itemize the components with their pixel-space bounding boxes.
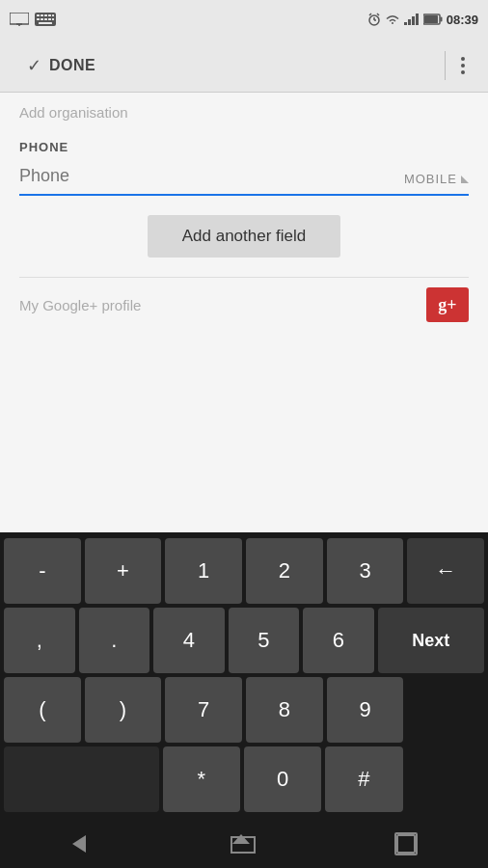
done-label: DONE: [49, 57, 95, 74]
key-2[interactable]: 2: [246, 538, 323, 604]
svg-rect-26: [424, 15, 438, 23]
key-period[interactable]: .: [79, 608, 150, 673]
add-field-button[interactable]: Add another field: [148, 215, 341, 258]
keyboard-row-1: - + 1 2 3 ←: [4, 538, 484, 604]
google-g-icon: g+: [438, 295, 456, 315]
mobile-arrow-icon: [461, 176, 469, 183]
svg-rect-7: [48, 14, 51, 16]
overflow-menu-button[interactable]: [453, 49, 473, 82]
key-backspace[interactable]: ←: [407, 538, 484, 604]
status-bar-left: [10, 13, 56, 26]
keyboard-row-4: * 0 #: [4, 746, 484, 812]
svg-line-18: [369, 14, 371, 15]
google-profile-label: My Google+ profile: [19, 297, 426, 313]
key-3[interactable]: 3: [327, 538, 404, 604]
svg-rect-11: [44, 18, 47, 20]
alarm-icon: [367, 13, 381, 26]
svg-rect-23: [416, 14, 419, 25]
key-comma[interactable]: ,: [4, 608, 75, 673]
bottom-nav: [0, 820, 488, 868]
svg-rect-20: [404, 22, 407, 25]
key-6[interactable]: 6: [303, 608, 374, 673]
action-bar: ✓ DONE: [0, 39, 488, 93]
key-0[interactable]: 0: [244, 746, 321, 812]
overflow-dot-1: [461, 57, 465, 61]
nav-home-button[interactable]: [211, 827, 271, 861]
status-bar: 08:39: [0, 0, 488, 39]
nav-back-button[interactable]: [53, 827, 105, 860]
key-next[interactable]: Next: [378, 608, 484, 673]
key-minus[interactable]: -: [4, 538, 81, 604]
signal-icon: [404, 14, 420, 25]
overflow-dot-3: [461, 70, 465, 74]
overflow-dot-2: [461, 64, 465, 68]
key-close-paren[interactable]: ): [85, 677, 162, 743]
keyboard-row-2: , . 4 5 6 Next: [4, 608, 484, 673]
content-area: Add organisation PHONE MOBILE Add anothe…: [0, 93, 488, 343]
phone-input-row: MOBILE: [19, 162, 469, 196]
key-empty-left: [4, 746, 159, 812]
keyboard-row-3: ( ) 7 8 9: [4, 677, 484, 743]
svg-rect-6: [44, 14, 47, 16]
key-7[interactable]: 7: [165, 677, 242, 743]
svg-rect-4: [37, 14, 40, 16]
nav-recents-button[interactable]: [377, 827, 435, 861]
phone-input[interactable]: [19, 162, 396, 190]
status-bar-right: 08:39: [367, 13, 478, 27]
key-5[interactable]: 5: [229, 608, 300, 673]
key-1[interactable]: 1: [165, 538, 242, 604]
svg-rect-22: [412, 16, 415, 25]
keyboard-icon: [35, 13, 56, 26]
google-profile-button[interactable]: g+: [426, 287, 469, 322]
svg-rect-9: [37, 18, 40, 20]
done-button[interactable]: ✓ DONE: [15, 47, 107, 84]
svg-rect-13: [52, 18, 54, 20]
svg-line-19: [377, 14, 379, 15]
phone-section-label: PHONE: [19, 140, 469, 154]
key-hash[interactable]: #: [325, 746, 402, 812]
screen-icon: [10, 13, 29, 26]
key-asterisk[interactable]: *: [163, 746, 240, 812]
add-org-label: Add organisation: [19, 104, 469, 124]
wifi-icon: [385, 14, 400, 25]
key-open-paren[interactable]: (: [4, 677, 81, 743]
nav-recents-icon: [396, 834, 416, 854]
mobile-badge[interactable]: MOBILE: [404, 172, 469, 190]
google-profile-row: My Google+ profile g+: [19, 277, 469, 332]
nav-home-icon: [230, 834, 252, 854]
mobile-badge-text: MOBILE: [404, 172, 457, 186]
svg-rect-25: [440, 17, 442, 22]
key-plus[interactable]: +: [85, 538, 162, 604]
time-display: 08:39: [447, 13, 478, 27]
keyboard-area: - + 1 2 3 ← , . 4 5 6 Next ( ) 7 8 9 * 0…: [0, 532, 488, 820]
key-9[interactable]: 9: [327, 677, 404, 743]
svg-rect-8: [52, 14, 54, 16]
key-4[interactable]: 4: [153, 608, 225, 673]
svg-rect-0: [10, 13, 29, 24]
svg-rect-14: [39, 22, 52, 24]
svg-rect-10: [41, 18, 43, 20]
svg-rect-5: [41, 14, 43, 16]
nav-back-icon: [72, 835, 86, 853]
checkmark-icon: ✓: [27, 55, 41, 76]
action-bar-divider: [445, 51, 446, 80]
key-8[interactable]: 8: [246, 677, 323, 743]
svg-rect-12: [48, 18, 51, 20]
svg-rect-21: [408, 19, 411, 25]
battery-icon: [423, 14, 443, 25]
